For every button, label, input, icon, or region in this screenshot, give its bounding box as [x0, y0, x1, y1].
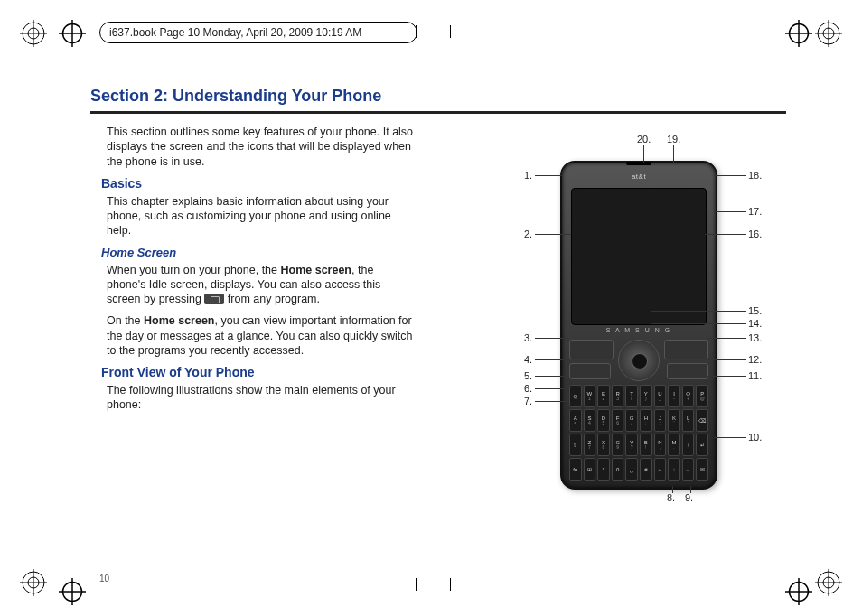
crop-tick-top-2 — [450, 25, 451, 38]
registration-mark-tr — [815, 20, 842, 47]
callout-16: 16. — [748, 229, 762, 239]
callout-9: 9. — [685, 492, 693, 503]
left-column: This section outlines some key features … — [90, 125, 416, 420]
callout-18: 18. — [748, 170, 762, 181]
lead-1 — [535, 175, 562, 176]
lead-9 — [690, 486, 691, 493]
key: 0 — [612, 458, 624, 481]
carrier-logo: at&t — [632, 173, 646, 181]
page-content: Section 2: Understanding Your Phone This… — [90, 87, 786, 556]
lead-16 — [705, 234, 746, 235]
hs-p1-a: When you turn on your phone, the — [107, 264, 281, 276]
lead-4 — [535, 359, 569, 360]
hs-p1-bold: Home screen — [281, 264, 352, 276]
key: ⇧ — [569, 434, 582, 456]
lead-10 — [714, 437, 746, 438]
phone-brand: S A M S U N G — [562, 327, 716, 333]
home-screen-p2: On the Home screen, you can view importa… — [90, 313, 416, 358]
hs-p1-c: from any program. — [224, 293, 320, 305]
lead-18 — [714, 175, 746, 176]
key: J; — [654, 409, 667, 432]
callout-8: 8. — [667, 492, 675, 503]
phone-body: at&t S A M S U N G QW1E2R — [560, 161, 717, 490]
lead-6 — [535, 388, 569, 389]
callout-1: 1. — [524, 170, 532, 181]
page-number: 10 — [99, 574, 109, 583]
phone-screen — [571, 188, 707, 325]
key: E2 — [597, 385, 610, 407]
lead-8 — [672, 486, 673, 493]
callout-13: 13. — [748, 332, 762, 343]
key: G/ — [625, 409, 638, 432]
hs-p2-a: On the — [107, 314, 144, 327]
left-softkey — [569, 340, 614, 359]
end-key — [667, 363, 708, 379]
qwerty-keyboard: QW1E2R3T(Y)U_I-O+P@A=S4D5F6G/H:J;K'L"⌫⇧Z… — [569, 385, 708, 481]
key: ⌫ — [696, 409, 708, 432]
lead-20 — [643, 145, 644, 163]
key: L" — [682, 409, 695, 432]
key: ↓ — [668, 458, 680, 481]
key: ↑ — [682, 434, 695, 456]
section-rule — [90, 111, 786, 114]
doc-header-box: i637.book Page 10 Monday, April 20, 2009… — [99, 22, 417, 43]
key: M. — [668, 434, 680, 456]
lead-19 — [673, 145, 674, 163]
lead-7 — [535, 401, 569, 402]
registration-mark-small-tr — [785, 20, 803, 38]
lead-5 — [535, 376, 569, 377]
phone-earpiece — [626, 162, 651, 165]
key: N, — [654, 434, 667, 456]
key: D5 — [597, 409, 610, 432]
key: R3 — [612, 385, 624, 407]
crop-tick-bottom-2 — [450, 578, 451, 591]
key: F6 — [612, 409, 624, 432]
callout-4: 4. — [524, 354, 532, 365]
home-screen-heading: Home Screen — [90, 246, 416, 259]
key: X8 — [597, 434, 610, 456]
callout-7: 7. — [524, 396, 532, 406]
intro-paragraph: This section outlines some key features … — [90, 125, 416, 169]
registration-mark-small-br — [785, 578, 803, 596]
callout-10: 10. — [748, 432, 762, 443]
registration-mark-bl — [20, 569, 47, 596]
callout-6: 6. — [524, 383, 532, 394]
key: W1 — [584, 385, 596, 407]
key: H: — [640, 409, 652, 432]
key: # — [640, 458, 652, 481]
key: ✉ — [696, 458, 708, 481]
lead-12 — [707, 359, 746, 360]
key: Q — [569, 385, 582, 407]
key: C9 — [612, 434, 624, 456]
send-key — [569, 363, 611, 379]
registration-mark-small-tl — [59, 20, 77, 38]
lead-2 — [535, 234, 571, 235]
lead-15 — [651, 311, 746, 312]
key: ↵ — [696, 434, 708, 456]
phone-figure: at&t S A M S U N G QW1E2R — [479, 134, 786, 522]
callout-17: 17. — [748, 206, 762, 217]
mid-button-row — [569, 363, 708, 379]
lead-13 — [707, 338, 746, 339]
basics-paragraph: This chapter explains basic information … — [90, 194, 416, 238]
callout-3: 3. — [524, 332, 532, 343]
key: A= — [569, 409, 582, 432]
callout-14: 14. — [748, 318, 762, 329]
callout-2: 2. — [524, 229, 532, 239]
front-view-heading: Front View of Your Phone — [90, 365, 416, 379]
phone-top-area: at&t — [571, 168, 707, 184]
lead-14 — [651, 323, 746, 324]
key: V? — [625, 434, 638, 456]
key: Z7 — [584, 434, 596, 456]
key: B! — [640, 434, 652, 456]
key: ␣ — [625, 458, 638, 481]
key: * — [597, 458, 610, 481]
callout-15: 15. — [748, 305, 762, 316]
registration-mark-br — [815, 569, 842, 596]
callout-12: 12. — [748, 354, 762, 365]
key: T( — [625, 385, 638, 407]
key: S4 — [584, 409, 596, 432]
registration-mark-small-bl — [59, 578, 77, 596]
front-view-paragraph: The following illustrations show the mai… — [90, 383, 416, 413]
key: I- — [668, 385, 680, 407]
